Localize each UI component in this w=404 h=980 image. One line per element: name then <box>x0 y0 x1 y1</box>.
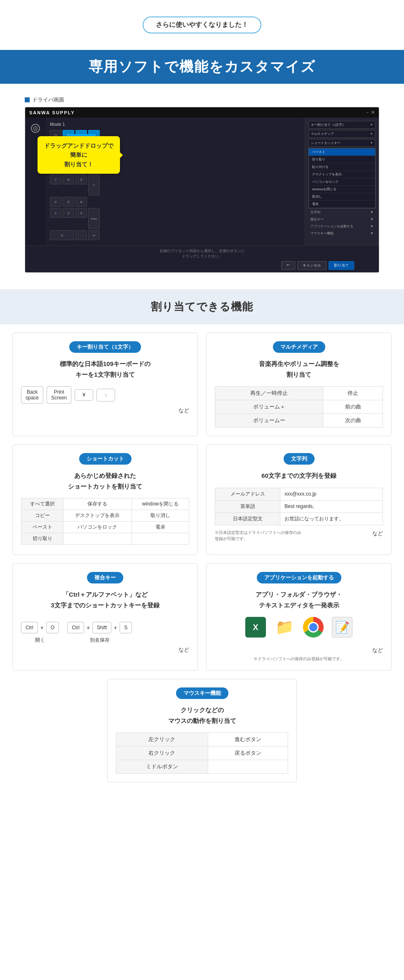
divider-combo: 複合キー ▼ <box>308 216 376 222</box>
num-plus[interactable]: + <box>88 175 100 196</box>
cell-cut: 切り取り <box>21 533 63 545</box>
cell-forward-btn: 進むボタン <box>208 733 288 746</box>
combo-shift: Shift <box>92 622 111 633</box>
combo-label-1: 開く <box>35 637 45 644</box>
driver-bottom-bar: 右側のプリセット内容から選択し、左側のボタンにドラッグしてください。 ↩ キャン… <box>25 246 379 272</box>
menu-item-undo[interactable]: 取消し <box>309 193 375 201</box>
badge-string: 文字列 <box>284 453 315 465</box>
num-8[interactable]: 8 <box>63 175 74 184</box>
cell-english-label: 英単語 <box>215 500 280 512</box>
num-4[interactable]: 4 <box>50 197 61 207</box>
num-inf[interactable]: ∞ <box>88 230 100 240</box>
callout-line2: 簡単に <box>70 151 87 158</box>
menu-item-save[interactable]: 貼り付ける <box>309 163 375 171</box>
cell-play-pause: 再生／一時停止 <box>215 387 323 400</box>
cell-lock: パソコンをロック <box>63 522 132 533</box>
desc-mouse-key: クリックなどのマウスの動作を割り当て <box>116 705 288 726</box>
driver-section: ドライバ画面 ドラッグアンドドロップで 簡単に 割り当て！ SANWA SUPP… <box>0 84 404 285</box>
table-row: 右クリック 戻るボタン <box>116 746 288 760</box>
cell-select-all: すべて選択 <box>21 498 63 510</box>
numpad-row-5: 0 . ∞ <box>50 230 301 240</box>
divider-mouse-label: マウスキー機能 <box>310 231 334 236</box>
undo-button[interactable]: ↩ <box>281 261 295 270</box>
driver-label-text: ドライバ画面 <box>32 96 64 104</box>
num-3[interactable]: 3 <box>75 208 87 218</box>
divider-string: 文字列 ▼ <box>308 209 376 215</box>
divider-string-label: 文字列 <box>310 210 320 215</box>
dropdown-label-2: マルチメディア <box>311 132 334 136</box>
callout-bubble: ドラッグアンドドロップで 簡単に 割り当て！ <box>38 136 120 174</box>
num-9[interactable]: 9 <box>75 175 87 184</box>
cell-paste: ペースト <box>21 522 63 533</box>
table-row: ペースト パソコンをロック 電卓 <box>21 522 189 533</box>
badge-combo: 複合キー <box>87 572 123 583</box>
driver-screen: SANWA SUPPLY － ✕ Mode 1 F1 F2 <box>25 107 379 272</box>
table-row: 左クリック 進むボタン <box>116 733 288 746</box>
desc-string: 60文字までの文字列を登録 <box>215 470 383 481</box>
header-title-bar: 専用ソフトで機能をカスタマイズ <box>0 50 404 84</box>
divider-mouse-arrow: ▼ <box>370 231 373 235</box>
desc-shortcut: あらかじめ登録されたショートカットを割り当て <box>21 470 189 491</box>
cell-english-value: Best regards, <box>280 500 383 512</box>
menu-item-calc[interactable]: 電卓 <box>309 201 375 208</box>
bottom-card-wrapper: マウスキー機能 クリックなどのマウスの動作を割り当て 左クリック 進むボタン 右… <box>0 679 404 795</box>
table-row: コピー デスクトップを表示 取り消し <box>21 510 189 522</box>
right-menu-list: ペースト 切り取り 貼り付ける デスクトップを表示 パソコンをロック windo… <box>308 148 376 208</box>
divider-combo-label: 複合キー <box>310 217 324 222</box>
num-2[interactable]: 2 <box>63 208 74 218</box>
menu-item-close-win[interactable]: windowを閉じる <box>309 186 375 193</box>
numpad-row-2: 7 8 9 + <box>50 175 301 196</box>
driver-right-panel: キー割り当て（1文字） ▼ マルチメディア ▼ ショートカットキー ▼ ペー <box>305 118 379 246</box>
table-row: 日本語定型文 お世話になっております。 <box>215 512 383 525</box>
card-shortcut: ショートカット あらかじめ登録されたショートカットを割り当て すべて選択 保存す… <box>12 444 198 555</box>
table-row: メールアドレス xxx@xxx.co.jp <box>215 488 383 500</box>
dropdown-multimedia[interactable]: マルチメディア ▼ <box>308 130 376 138</box>
combo-group-2: Ctrl + Shift + S 別名保存 <box>67 617 132 644</box>
num-6[interactable]: 6 <box>75 197 87 207</box>
header-section: さらに使いやすくなりました！ <box>0 0 404 50</box>
driver-logo: SANWA SUPPLY <box>29 110 75 115</box>
combo-display-2: Ctrl + Shift + S <box>67 622 132 633</box>
driver-screen-wrapper: ドラッグアンドドロップで 簡単に 割り当て！ SANWA SUPPLY － ✕ <box>25 107 379 273</box>
menu-item-paste[interactable]: ペースト <box>309 149 375 156</box>
num-1[interactable]: 1 <box>50 208 61 218</box>
features-section: 割り当てできる機能 <box>0 289 404 324</box>
num-7[interactable]: 7 <box>50 175 61 184</box>
combo-ctrl-1: Ctrl <box>21 622 38 633</box>
badge-shortcut: ショートカット <box>79 453 132 465</box>
table-row: ミドルボタン <box>116 760 288 774</box>
desc-combo: 「Ctrl＋アルファベット」など3文字までのショートカットキーを登録 <box>21 589 189 610</box>
key-back-space: Backspace <box>21 386 43 404</box>
dropdown-arrow-2: ▼ <box>370 132 373 136</box>
combo-s: S <box>120 622 132 633</box>
cell-email-label: メールアドレス <box>215 488 280 500</box>
num-dot[interactable]: . <box>75 230 87 240</box>
cell-back-btn: 戻るボタン <box>208 746 288 760</box>
menu-item-desktop[interactable]: デスクトップを表示 <box>309 171 375 178</box>
callout-line1: ドラッグアンドドロップで <box>44 142 113 149</box>
cell-vol-up: ボリューム＋ <box>215 400 323 414</box>
notepad-icon: 📝 <box>332 617 352 638</box>
cell-calc: 電卓 <box>132 522 189 533</box>
desc-key-assign: 標準的な日本語109キーボードのキーを1文字割り当て <box>21 359 189 380</box>
dropdown-shortcut[interactable]: ショートカットキー ▼ <box>308 139 376 147</box>
menu-item-lock[interactable]: パソコンをロック <box>309 178 375 186</box>
num-0[interactable]: 0 <box>50 230 74 240</box>
cell-empty2 <box>132 533 189 545</box>
cell-save: 保存する <box>63 498 132 510</box>
num-5[interactable]: 5 <box>63 197 74 207</box>
table-row: 英単語 Best regards, <box>215 500 383 512</box>
badge-key-assign: キー割り当て（1文字） <box>69 341 141 353</box>
menu-item-cut[interactable]: 切り取り <box>309 156 375 163</box>
dropdown-label-3: ショートカットキー <box>311 141 341 145</box>
table-row: 切り取り <box>21 533 189 545</box>
divider-combo-arrow: ▼ <box>370 217 373 221</box>
gear-icon <box>31 124 40 133</box>
save-button[interactable]: 割り当て <box>329 261 354 270</box>
cancel-button[interactable]: キャンセル <box>297 261 326 270</box>
mode-label: Mode 1 <box>50 122 301 127</box>
chrome-icon <box>303 617 324 638</box>
num-enter[interactable]: Enter <box>88 208 100 229</box>
dropdown-key-assign[interactable]: キー割り当て（1文字） ▼ <box>308 121 376 129</box>
callout-line3: 割り当て！ <box>64 161 93 168</box>
